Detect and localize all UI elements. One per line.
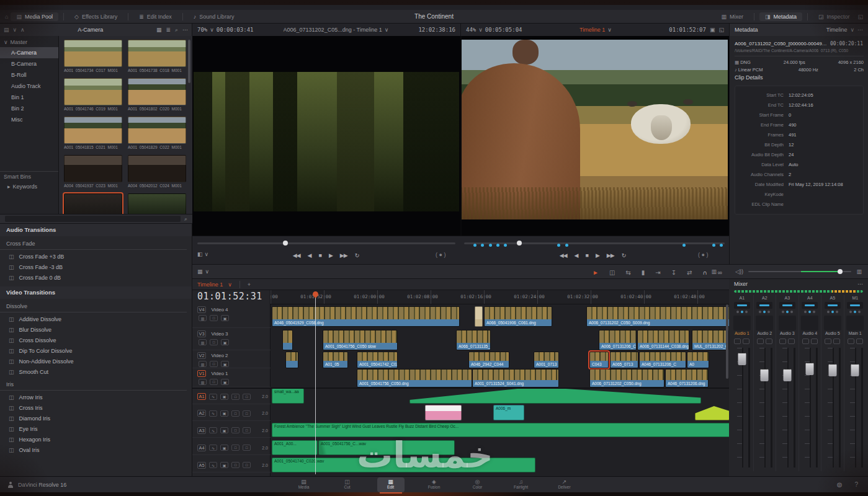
window-layout-icon[interactable]: ◱ <box>857 14 863 20</box>
strip-fader[interactable] <box>799 347 821 471</box>
strip-mute-button[interactable] <box>734 339 741 344</box>
source-mode-icon[interactable]: ◧ ∨ <box>197 251 208 257</box>
page-color[interactable]: ◎ Color <box>464 477 491 492</box>
track-id-badge[interactable]: A4 <box>197 445 206 451</box>
audio-transition-item[interactable]: ◫ Cross Fade +3 dB <box>0 251 192 262</box>
strip-fader[interactable] <box>754 347 776 471</box>
audio-track-header[interactable]: A2 ∿ ▣ □ □ 2.0 <box>192 405 271 421</box>
replace-clip-icon[interactable]: ⇄ <box>687 269 692 276</box>
track-mute-icon[interactable]: □ <box>243 410 251 417</box>
fader-handle[interactable] <box>806 363 814 375</box>
video-track-header[interactable]: V2 Video 2 ▥ □ ▣ <box>192 351 271 368</box>
metadata-preset-chevron-icon[interactable]: ∨ <box>850 27 854 33</box>
video-clip[interactable]: A046_07131206.dng <box>665 369 709 388</box>
video-audio-divider[interactable] <box>192 388 731 389</box>
strip-solo-button[interactable] <box>833 339 840 344</box>
strip-knobs[interactable] <box>804 309 815 315</box>
video-track-header[interactable]: V4 Video 4 ▥ □ ▣ <box>192 305 271 328</box>
strip-label[interactable]: Main 1 <box>849 331 862 339</box>
track-lock-icon[interactable]: □ <box>210 361 218 367</box>
insert-clip-icon[interactable]: ⇥ <box>655 269 660 276</box>
add-timeline-icon[interactable]: + <box>248 281 251 288</box>
effects-library-toggle[interactable]: ◇ Effects Library <box>69 12 123 21</box>
strip-label[interactable]: Audio 1 <box>735 331 749 339</box>
video-transition-item[interactable]: ◫ Cross Iris <box>0 402 192 413</box>
track-id-badge[interactable]: A3 <box>197 427 206 434</box>
monitor-volume-slider[interactable] <box>748 271 852 272</box>
media-clip[interactable]: A001_05041734_C017_M001 <box>64 40 123 77</box>
play-button[interactable]: ▶ <box>596 252 599 259</box>
video-clip[interactable]: A001_0713 <box>534 352 559 368</box>
program-timeline-title[interactable]: Timeline 1 <box>579 27 605 33</box>
video-transition-item[interactable]: ◫ Diamond Iris <box>0 413 192 423</box>
timeline-marker-dot[interactable] <box>557 244 560 247</box>
timeline-ruler[interactable]: 01:01:44:0001:01:52:0001:02:00:0001:02:0… <box>271 290 731 304</box>
audio-clip[interactable]: A001_05041740_C020.wav <box>272 458 535 472</box>
effects-search-icon[interactable]: ⌕ <box>184 216 187 223</box>
track-autoselect-icon[interactable]: ▣ <box>220 462 228 468</box>
smart-bin-item[interactable]: ▸ Keywords <box>0 182 58 192</box>
cross-fade-group-label[interactable]: Cross Fade <box>0 237 187 250</box>
page-deliver[interactable]: ↗ Deliver <box>551 477 578 492</box>
video-transition-item[interactable]: ◫ Blur Dissolve <box>0 324 192 335</box>
program-zoom-level[interactable]: 44% <box>466 27 476 33</box>
video-clip[interactable]: A006_07131202_C050.dng <box>589 369 664 388</box>
track-autoselect-icon[interactable]: ▣ <box>221 361 229 367</box>
video-clip[interactable]: A065_0713 <box>610 352 638 368</box>
strip-knobs[interactable] <box>759 309 770 315</box>
strip-knobs[interactable] <box>782 309 793 315</box>
track-autoselect-icon[interactable]: ▣ <box>220 394 228 400</box>
program-jog-icon[interactable]: ( ● ) <box>698 252 708 258</box>
page-media[interactable]: ▤ Media <box>290 477 318 492</box>
strip-solo-button[interactable] <box>743 339 749 344</box>
track-solo-icon[interactable]: □ <box>231 462 239 468</box>
pan-control[interactable] <box>756 302 772 309</box>
track-record-arm-icon[interactable]: ∿ <box>209 394 217 400</box>
linked-selection-icon[interactable]: ∞ <box>718 269 722 276</box>
source-zoom-chevron-icon[interactable]: ∨ <box>210 27 214 33</box>
bin-item[interactable]: Bin 2 <box>0 103 58 114</box>
detail-value[interactable]: Fri May 12, 2019 12:14:08 <box>789 182 843 187</box>
video-clip[interactable] <box>285 352 298 368</box>
project-manager-icon[interactable]: ⌂ <box>5 14 8 20</box>
source-clip-chevron-icon[interactable]: ∨ <box>385 27 389 33</box>
iris-group-label[interactable]: Iris <box>0 378 187 391</box>
audio-clip[interactable]: Forest Ambience "The Summer Sigh" Light … <box>272 423 731 437</box>
page-fairlight[interactable]: ♫ Fairlight <box>508 477 535 492</box>
fader-handle[interactable] <box>738 353 746 365</box>
trim-edit-mode-icon[interactable]: ◫ <box>609 269 615 276</box>
media-clip[interactable]: A001_05041815_C021_M001 <box>64 117 123 154</box>
pan-control[interactable] <box>825 302 841 309</box>
strip-effects-slot[interactable] <box>733 316 751 330</box>
program-zoom-chevron-icon[interactable]: ∨ <box>478 27 483 33</box>
track-solo-icon[interactable]: □ <box>231 410 239 417</box>
video-clip[interactable]: A001_05041756_C050 slow <box>323 330 398 350</box>
detail-value[interactable]: 491 <box>789 132 797 138</box>
pan-control[interactable] <box>779 302 795 309</box>
source-zoom-level[interactable]: 70% <box>197 27 207 33</box>
timeline-marker-dot[interactable] <box>473 244 477 247</box>
video-clip[interactable]: A046_07131206_C <box>639 352 686 368</box>
track-mute-icon[interactable]: □ <box>243 427 251 433</box>
more-options-icon[interactable]: ⋯ <box>182 27 188 33</box>
track-lock-icon[interactable]: □ <box>210 379 218 385</box>
track-id-badge[interactable]: V1 <box>197 370 206 377</box>
timeline-playhead[interactable] <box>315 291 316 474</box>
track-autoselect-icon[interactable]: ▣ <box>220 410 228 417</box>
video-transition-item[interactable]: ◫ Dip To Color Dissolve <box>0 345 192 356</box>
prev-clip-button[interactable]: ◀◀ <box>560 252 567 259</box>
track-record-arm-icon[interactable]: ∿ <box>209 427 217 433</box>
strip-mute-button[interactable] <box>802 339 809 344</box>
strip-fader[interactable] <box>821 347 844 471</box>
strip-label[interactable]: Audio 4 <box>802 331 817 339</box>
program-timecode[interactable]: 01:01:52:07 <box>669 27 706 33</box>
timeline-marker-dot[interactable] <box>489 244 492 247</box>
track-autoselect-icon[interactable]: ▣ <box>221 339 229 345</box>
program-title-chevron-icon[interactable]: ∨ <box>607 27 612 33</box>
audio-clip[interactable]: A001_A00... <box>272 440 318 455</box>
strip-effects-slot[interactable] <box>756 316 773 330</box>
detail-value[interactable]: 12 <box>789 142 794 148</box>
strip-label[interactable]: Audio 2 <box>757 331 772 339</box>
detail-value[interactable]: 0 <box>789 112 791 118</box>
audio-transition-item[interactable]: ◫ Cross Fade -3 dB <box>0 262 192 272</box>
